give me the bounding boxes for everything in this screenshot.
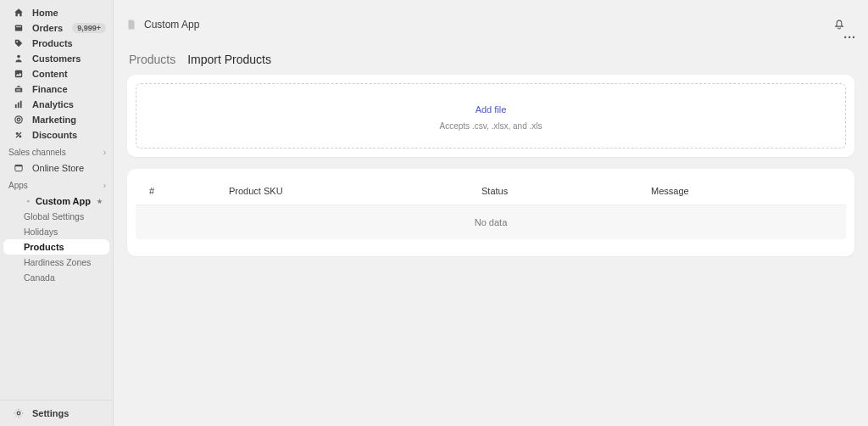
upload-card: Add file Accepts .csv, .xlsx, and .xls <box>127 75 854 157</box>
svg-point-2 <box>16 41 18 42</box>
app-sub-products[interactable]: Products <box>3 239 109 255</box>
accepts-hint: Accepts .csv, .xlsx, and .xls <box>145 121 837 131</box>
svg-rect-6 <box>18 89 19 91</box>
customers-icon <box>12 53 25 64</box>
more-icon[interactable]: ··· <box>843 31 856 44</box>
app-sub-canada[interactable]: Canada <box>0 270 113 285</box>
orders-badge: 9,999+ <box>72 23 106 33</box>
nav-marketing[interactable]: Marketing <box>0 112 113 127</box>
home-icon <box>12 8 25 18</box>
results-table: # Product SKU Status Message No data <box>127 169 854 256</box>
nav-settings[interactable]: Settings <box>0 406 113 421</box>
finance-icon <box>12 84 25 94</box>
nav-label: Content <box>32 69 68 79</box>
nav-label: Products <box>32 38 73 48</box>
section-label: Apps <box>8 181 28 190</box>
file-icon <box>125 19 137 31</box>
col-header-num: # <box>144 186 229 196</box>
nav-label: Customers <box>32 53 81 64</box>
svg-rect-18 <box>15 165 22 166</box>
sidebar: Home Orders 9,999+ Products Customers Co… <box>0 0 114 426</box>
nav-label: Orders <box>32 23 63 33</box>
svg-point-15 <box>19 135 21 137</box>
section-apps[interactable]: Apps › <box>0 176 113 193</box>
app-label: Custom App <box>36 196 91 206</box>
main-content: Custom App ··· Products Import Products … <box>114 0 868 426</box>
svg-point-13 <box>18 119 19 120</box>
empty-text: No data <box>475 217 508 227</box>
store-icon <box>12 163 25 173</box>
app-sub-label: Hardiness Zones <box>24 257 91 267</box>
nav-online-store[interactable]: Online Store <box>0 160 113 176</box>
svg-rect-0 <box>15 25 22 31</box>
table-header: # Product SKU Status Message <box>136 179 846 205</box>
app-sub-label: Global Settings <box>24 211 84 221</box>
products-icon <box>12 38 25 48</box>
breadcrumb-current: Import Products <box>187 53 271 66</box>
discounts-icon <box>12 130 25 140</box>
section-sales-channels[interactable]: Sales channels › <box>0 143 113 160</box>
app-sub-label: Canada <box>24 272 55 283</box>
file-dropzone[interactable]: Add file Accepts .csv, .xlsx, and .xls <box>136 83 846 149</box>
svg-point-14 <box>16 132 19 135</box>
svg-rect-8 <box>15 104 17 108</box>
add-file-button[interactable]: Add file <box>470 103 512 116</box>
nav-label: Online Store <box>32 163 84 173</box>
chevron-right-icon: › <box>103 148 106 157</box>
app-sub-hardiness-zones[interactable]: Hardiness Zones <box>0 255 113 270</box>
svg-rect-4 <box>15 70 22 77</box>
nav-label: Finance <box>32 84 68 94</box>
marketing-icon <box>12 115 25 125</box>
svg-rect-10 <box>20 101 22 108</box>
topbar: Custom App ··· <box>114 0 868 49</box>
svg-point-3 <box>17 55 20 59</box>
nav-label: Discounts <box>32 130 77 140</box>
nav-analytics[interactable]: Analytics <box>0 97 113 112</box>
svg-rect-9 <box>18 103 19 109</box>
breadcrumb-link-products[interactable]: Products <box>129 53 175 66</box>
pin-icon[interactable] <box>96 198 103 205</box>
svg-rect-5 <box>17 89 18 91</box>
nav-label: Settings <box>32 408 69 418</box>
section-label: Sales channels <box>8 148 66 157</box>
svg-rect-7 <box>19 89 20 91</box>
col-header-message: Message <box>651 186 837 196</box>
topbar-title: Custom App <box>144 19 199 31</box>
nav-discounts[interactable]: Discounts <box>0 127 113 143</box>
nav-content[interactable]: Content <box>0 66 113 81</box>
nav-label: Analytics <box>32 99 74 109</box>
notification-icon[interactable] <box>833 19 856 31</box>
nav-home[interactable]: Home <box>0 5 113 20</box>
nav-label: Home <box>32 8 58 18</box>
breadcrumb: Products Import Products <box>114 49 868 75</box>
analytics-icon <box>12 99 25 109</box>
app-sub-label: Products <box>24 242 64 252</box>
app-sub-holidays[interactable]: Holidays <box>0 224 113 239</box>
col-header-status: Status <box>481 186 651 196</box>
gear-icon <box>12 408 25 418</box>
nav-finance[interactable]: Finance <box>0 81 113 97</box>
tree-marker-icon: ▪ <box>24 197 32 205</box>
app-sub-global-settings[interactable]: Global Settings <box>0 209 113 224</box>
chevron-right-icon: › <box>103 181 106 190</box>
nav-products[interactable]: Products <box>0 36 113 51</box>
nav-label: Marketing <box>32 115 76 125</box>
content-icon <box>12 69 25 79</box>
orders-icon <box>12 23 25 33</box>
svg-rect-1 <box>16 26 21 27</box>
app-sub-label: Holidays <box>24 227 58 237</box>
nav-customers[interactable]: Customers <box>0 51 113 66</box>
col-header-sku: Product SKU <box>229 186 481 196</box>
app-custom-app[interactable]: ▪ Custom App <box>0 193 113 209</box>
svg-point-19 <box>17 412 20 415</box>
nav-orders[interactable]: Orders 9,999+ <box>0 20 113 36</box>
table-empty-row: No data <box>136 205 846 239</box>
